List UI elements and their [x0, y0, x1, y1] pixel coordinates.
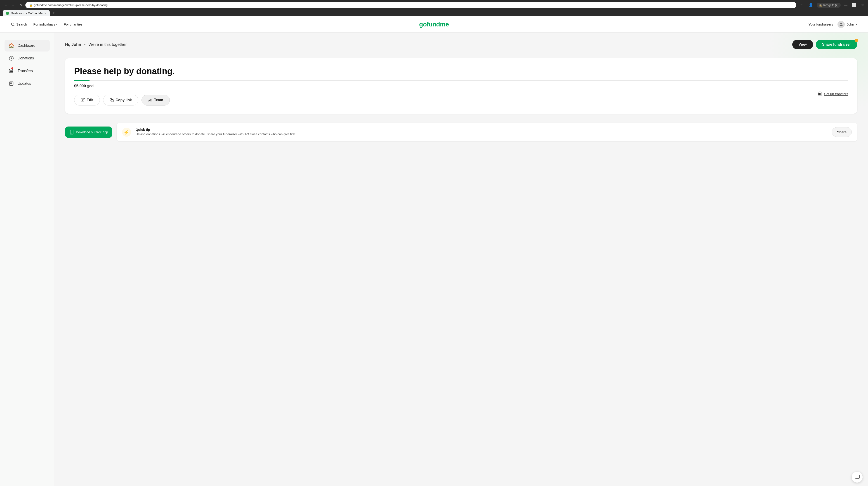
edit-label: Edit	[87, 98, 93, 102]
share-tip-button[interactable]: Share	[832, 127, 852, 137]
chat-icon	[854, 474, 860, 480]
logo-container: gofundme	[419, 21, 449, 28]
bookmark-button[interactable]: ☆	[798, 2, 805, 8]
sidebar-item-dashboard[interactable]: 🏠 Dashboard	[4, 40, 50, 52]
greeting-text: Hi, John • We're in this together	[65, 42, 127, 47]
main-content: 🏠 Dashboard Donations 🏛 Transfers Update…	[0, 33, 868, 486]
for-individuals-link[interactable]: For individuals ▾	[33, 22, 58, 26]
download-app-button[interactable]: Download our free app	[65, 127, 112, 138]
greeting-sub: We're in this together	[88, 42, 127, 47]
browser-tab-bar: Dashboard - GoFundMe ✕ +	[3, 10, 865, 16]
svg-line-1	[13, 25, 14, 26]
svg-point-9	[151, 99, 151, 100]
user-menu-chevron-icon: ▾	[856, 23, 857, 26]
your-fundraisers-label: Your fundraisers	[809, 22, 833, 26]
search-link[interactable]: Search	[11, 22, 27, 26]
edit-button[interactable]: Edit	[74, 95, 100, 105]
incognito-icon: 🕵	[819, 4, 822, 7]
chat-bubble-button[interactable]	[852, 472, 863, 483]
window-maximize-button[interactable]: ⬜	[850, 2, 858, 8]
content-area: Hi, John • We're in this together View S…	[54, 33, 868, 486]
svg-point-2	[840, 23, 842, 24]
quick-tip-text: Having donations will encourage others t…	[135, 132, 828, 137]
fundraiser-card: Please help by donating. $5,000 goal Edi…	[65, 58, 857, 113]
sidebar-dashboard-label: Dashboard	[18, 43, 35, 48]
header-right: Your fundraisers John ▾	[809, 21, 857, 28]
download-app-label: Download our free app	[76, 130, 108, 134]
incognito-badge[interactable]: 🕵 Incognito (2)	[817, 3, 841, 8]
bank-icon: 🏛	[818, 91, 822, 96]
sidebar-updates-label: Updates	[18, 82, 31, 86]
svg-point-11	[71, 133, 72, 133]
header-actions: View Share fundraiser	[792, 40, 857, 49]
progress-bar-container	[74, 80, 848, 81]
copy-link-label: Copy link	[116, 98, 132, 102]
tab-title: Dashboard - GoFundMe	[11, 11, 42, 15]
fundraiser-actions: Edit Copy link Team	[74, 95, 848, 105]
tab-close-button[interactable]: ✕	[44, 12, 46, 15]
sidebar-item-donations[interactable]: Donations	[4, 53, 50, 64]
goal-label: goal	[87, 84, 94, 88]
sidebar-item-transfers[interactable]: 🏛 Transfers	[4, 65, 50, 77]
fundraiser-title: Please help by donating.	[74, 66, 848, 76]
sidebar-transfers-label: Transfers	[18, 69, 33, 73]
tab-favicon	[6, 12, 9, 15]
active-tab[interactable]: Dashboard - GoFundMe ✕	[3, 10, 50, 16]
site-header: Search For individuals ▾ For charities g…	[0, 16, 868, 33]
for-individuals-label: For individuals	[33, 22, 55, 26]
greeting: Hi, John • We're in this together	[65, 42, 127, 47]
phone-icon	[69, 130, 74, 135]
edit-icon	[81, 98, 85, 102]
window-close-button[interactable]: ✕	[860, 2, 865, 8]
share-fundraiser-button[interactable]: Share fundraiser	[816, 40, 857, 49]
donations-icon	[8, 55, 14, 61]
page-wrapper: Search For individuals ▾ For charities g…	[0, 16, 868, 486]
search-label: Search	[16, 22, 27, 26]
sidebar-donations-label: Donations	[18, 56, 34, 60]
quick-tip-card: ⚡ Quick tip Having donations will encour…	[117, 123, 857, 141]
profile-button[interactable]: 👤	[807, 2, 815, 8]
dashboard-header: Hi, John • We're in this together View S…	[65, 40, 857, 49]
for-charities-link[interactable]: For charities	[64, 22, 83, 26]
user-avatar	[837, 21, 845, 28]
dashboard-icon: 🏠	[8, 42, 14, 49]
svg-rect-7	[111, 100, 114, 102]
set-up-transfers-link[interactable]: 🏛 Set up transfers	[818, 91, 848, 96]
greeting-name: Hi, John	[65, 42, 81, 47]
window-minimize-button[interactable]: —	[842, 2, 849, 8]
view-button[interactable]: View	[792, 40, 813, 49]
url-bar[interactable]: 🔒 gofundme.com/manage/wn9uf5-please-help…	[25, 2, 796, 8]
quick-tip-label: Quick tip	[135, 128, 828, 131]
tip-content: Quick tip Having donations will encourag…	[135, 128, 828, 137]
sidebar-item-updates[interactable]: Updates	[4, 78, 50, 90]
search-icon	[11, 22, 15, 26]
refresh-button[interactable]: ↻	[18, 2, 24, 8]
back-button[interactable]: ←	[3, 2, 8, 8]
new-tab-button[interactable]: +	[51, 10, 57, 16]
browser-controls: ← → ↻ 🔒 gofundme.com/manage/wn9uf5-pleas…	[3, 2, 865, 8]
team-icon	[148, 98, 152, 102]
copy-icon	[110, 98, 114, 102]
svg-rect-10	[70, 130, 73, 134]
progress-bar-fill	[74, 80, 90, 81]
for-individuals-chevron-icon: ▾	[56, 23, 57, 26]
tip-icon: ⚡	[122, 128, 131, 137]
goal-amount: $5,000	[74, 84, 86, 88]
bottom-section: Download our free app ⚡ Quick tip Having…	[65, 123, 857, 141]
updates-icon	[8, 80, 14, 87]
svg-point-0	[11, 23, 14, 26]
your-fundraisers-link[interactable]: Your fundraisers	[809, 22, 833, 26]
sidebar: 🏠 Dashboard Donations 🏛 Transfers Update…	[0, 33, 54, 486]
svg-point-8	[149, 99, 150, 100]
forward-button[interactable]: →	[10, 2, 16, 8]
set-up-transfers-label: Set up transfers	[824, 92, 848, 96]
share-notification-dot	[855, 39, 858, 42]
team-button[interactable]: Team	[142, 95, 170, 105]
team-label: Team	[154, 98, 163, 102]
copy-link-button[interactable]: Copy link	[103, 95, 138, 105]
user-menu[interactable]: John ▾	[837, 21, 857, 28]
logo-text[interactable]: gofundme	[419, 21, 449, 28]
incognito-label: Incognito (2)	[823, 4, 838, 7]
user-name-label: John	[846, 22, 854, 26]
transfers-notification-dot	[11, 67, 13, 69]
